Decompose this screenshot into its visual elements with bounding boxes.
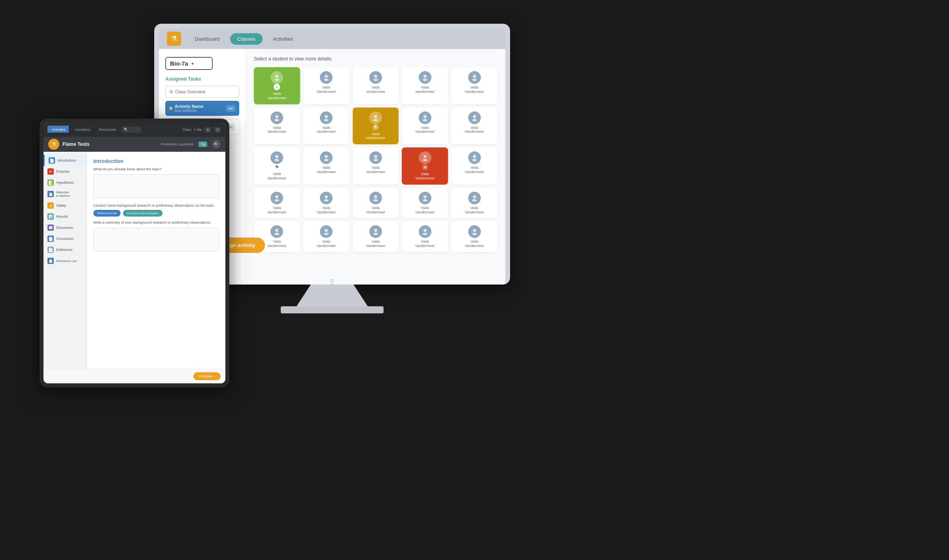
svg-point-24 <box>374 155 377 158</box>
flask-icon: ⚗ <box>171 34 177 43</box>
student-card[interactable]: VadaVandermeer <box>254 188 300 219</box>
svg-point-19 <box>472 119 477 121</box>
svg-point-29 <box>472 159 477 161</box>
answer-textarea-2[interactable] <box>93 228 219 251</box>
safety-icon: ⚠ <box>47 202 54 209</box>
student-card[interactable]: VadaVandermeer <box>353 221 399 252</box>
student-name-label: VadaVandermeer <box>267 126 287 134</box>
select-student-prompt: Select a student to view more details. <box>254 56 497 62</box>
answer-textarea-1[interactable] <box>93 174 219 198</box>
student-name-label: VadaVandermeer <box>465 239 484 248</box>
sidebar-item-hypothesis[interactable]: 📝 Hypothesis <box>43 177 87 188</box>
settings-button[interactable]: ⚙ <box>204 127 212 133</box>
student-card[interactable]: VadaVandermeer <box>303 147 350 185</box>
svg-point-11 <box>274 119 279 121</box>
student-name-label: VadaVandermeer <box>465 166 484 174</box>
avatar <box>320 111 333 124</box>
student-card[interactable]: VadaVandermeer <box>451 67 497 104</box>
student-card[interactable]: VadaVandermeer <box>451 107 497 145</box>
monitor-base <box>281 306 384 313</box>
task-overview-item[interactable]: Class Overview <box>165 86 239 98</box>
app-logo: ⚗ <box>167 32 181 46</box>
avatar <box>320 71 333 84</box>
conduct-web-research-button[interactable]: Conduct web research <box>123 210 163 217</box>
class-selector[interactable]: Bio-7a ▾ <box>165 57 213 70</box>
student-card[interactable]: VadaVandermeer <box>402 221 448 252</box>
question-2: Write a summary of your background resea… <box>93 221 219 224</box>
student-card[interactable]: VadaVandermeer <box>303 107 350 145</box>
sidebar-item-conclusion[interactable]: 📄 Conclusion <box>43 233 87 244</box>
classes-nav-button[interactable]: Classes <box>230 33 263 45</box>
student-card[interactable]: VadaVandermeer <box>303 221 350 252</box>
next-section-label: Purpose <box>199 374 212 378</box>
sidebar-item-deference[interactable]: 📄 Deference <box>43 244 87 255</box>
student-card[interactable]: VadaVandermeer <box>353 188 399 219</box>
svg-point-27 <box>423 159 427 161</box>
student-card[interactable]: ⚑ VadaVandermeer <box>353 107 399 145</box>
reference-list-button[interactable]: Reference list <box>93 210 121 217</box>
svg-point-32 <box>325 195 328 198</box>
student-name-label: VadaVandermeer <box>317 239 336 248</box>
next-section-button[interactable]: Purpose › <box>193 372 221 380</box>
svg-point-49 <box>472 233 477 235</box>
sidebar-item-reference-list[interactable]: 📋 Reference List <box>43 255 87 266</box>
avatar <box>270 151 283 164</box>
student-card[interactable]: ✕ VadaVandermeer <box>402 147 448 185</box>
student-card[interactable]: VadaVandermeer <box>402 188 448 219</box>
student-card[interactable]: VadaVandermeer <box>451 188 497 219</box>
svg-point-34 <box>374 195 377 198</box>
student-name-label: VadaVandermeer <box>415 239 435 248</box>
app-logo-tablet: ⚗ <box>48 139 59 150</box>
tab-resources[interactable]: Resources <box>96 126 119 133</box>
class-name-label: Bio-7a <box>170 60 188 67</box>
sidebar-item-discussion[interactable]: 💬 Discussion <box>43 222 87 233</box>
avatar <box>369 225 382 238</box>
student-card[interactable]: ✓ VadaVandermeer <box>254 67 300 104</box>
svg-point-40 <box>275 229 278 232</box>
chevron-down-icon: ▾ <box>191 61 194 66</box>
tab-locations[interactable]: Locations <box>72 126 94 133</box>
avatar <box>320 192 333 204</box>
student-card[interactable]: VadaVandermeer <box>303 67 350 104</box>
student-name-label: VadaVandermeer <box>415 206 435 215</box>
tablet-screen: Activities Locations Resources Class 1 M… <box>43 123 225 383</box>
search-button[interactable]: 🔍 <box>212 140 221 149</box>
sidebar-label-materials: Materials& Method <box>56 190 70 198</box>
tab-activities[interactable]: Activities <box>47 126 70 134</box>
avatar <box>369 192 382 204</box>
student-card[interactable]: VadaVandermeer <box>402 67 448 104</box>
sidebar-item-introduction[interactable]: 📄 Introduction <box>43 155 87 166</box>
student-card[interactable]: VadaVandermeer <box>451 221 497 252</box>
student-card[interactable]: VadaVandermeer <box>254 107 300 145</box>
task-active-menu-button[interactable]: ••• <box>226 105 235 112</box>
student-card[interactable]: VadaVandermeer <box>353 67 399 104</box>
student-card[interactable]: VadaVandermeer <box>451 147 497 185</box>
svg-point-46 <box>423 229 427 232</box>
monitor-stand <box>297 285 368 306</box>
tablet-main: 📄 Introduction ✏ Purpose 📝 Hypothesis 📋 … <box>43 152 225 369</box>
avatar <box>419 192 431 204</box>
sidebar-item-safety[interactable]: ⚠ Safety <box>43 200 87 211</box>
svg-point-23 <box>324 159 329 161</box>
dashboard-nav-button[interactable]: Dashboard <box>187 33 227 45</box>
sidebar-item-results[interactable]: 📊 Results <box>43 211 87 222</box>
student-card[interactable]: VadaVandermeer <box>353 147 399 185</box>
avatar <box>270 192 283 204</box>
search-input[interactable] <box>121 126 141 133</box>
app-name-label: Flame Tests <box>62 141 89 147</box>
task-empty-dot <box>170 90 173 93</box>
student-card[interactable]: VadaVandermeer <box>303 188 350 219</box>
student-card[interactable]: VadaVandermeer <box>402 107 448 145</box>
sidebar-item-purpose[interactable]: ✏ Purpose <box>43 166 87 177</box>
avatar <box>468 151 481 164</box>
class-badge-label: 7a <box>198 141 207 147</box>
student-card[interactable]: ⚑ VadaVandermeer <box>254 147 300 185</box>
task-overview-label: Class Overview <box>175 89 205 94</box>
more-options-button[interactable]: ☰ <box>214 127 221 133</box>
avatar <box>369 151 382 164</box>
task-active-item[interactable]: Activity Name Due 22/01/16 ••• <box>165 101 239 116</box>
sidebar-item-materials[interactable]: 📋 Materials& Method <box>43 188 87 200</box>
avatar <box>419 151 431 164</box>
svg-point-45 <box>373 233 378 235</box>
activities-nav-button[interactable]: Activities <box>266 33 300 45</box>
